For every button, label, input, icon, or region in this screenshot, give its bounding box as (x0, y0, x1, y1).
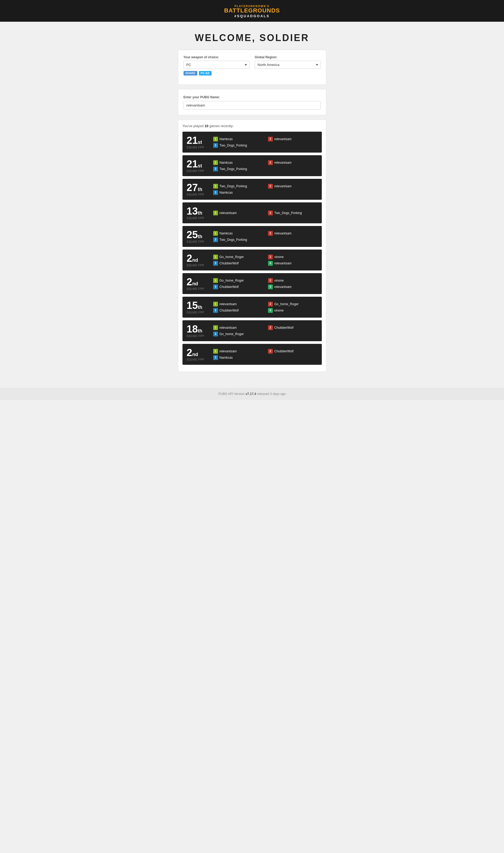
player-badge: 3 (213, 285, 218, 289)
game-card: 21stSQUAD FPP1Namkcas2relevantsam3Two_Do… (182, 155, 322, 176)
game-card: 25thSQUAD FPP1Namkcas2relevantsam3Two_Do… (182, 226, 322, 247)
player-badge: 4 (268, 308, 273, 313)
player-badge: 1 (213, 278, 218, 283)
player-name: Namkcas (219, 137, 233, 141)
player-name: ChubbierWolf (219, 308, 239, 312)
player-name: relevantsam (274, 184, 292, 188)
player-name: Namkcas (219, 191, 233, 194)
player-badge: 3 (213, 143, 218, 148)
player-name: ChubbierWolf (274, 350, 293, 353)
player-entry: 3ChubbierWolf (213, 308, 263, 313)
player-entry: 1Namkcas (213, 160, 263, 165)
player-entry: 2relevantsam (268, 231, 318, 236)
player-badge: 1 (213, 184, 218, 189)
player-badge: 2 (268, 349, 273, 354)
game-players: 1Two_Dogs_Porking2relevantsam3Namkcas (213, 184, 318, 195)
game-players: 1relevantsam2Go_home_Roger3ChubbierWolf4… (213, 302, 318, 313)
player-name: relevantsam (274, 285, 292, 289)
games-summary: You've played 10 games recently: (182, 124, 322, 128)
weapon-choice-select[interactable]: PC Xbox PS4 (183, 61, 250, 69)
game-place: 2ndSQUAD FPP (187, 277, 208, 290)
player-name: vinone (274, 279, 284, 282)
player-entry: 2vinone (268, 254, 318, 259)
game-place: 21stSQUAD FPP (187, 159, 208, 173)
global-region-label: Global Region: (255, 55, 321, 59)
player-name: Go_home_Roger (219, 255, 244, 259)
game-card: 27thSQUAD FPP1Two_Dogs_Porking2relevants… (182, 179, 322, 200)
player-name: vinone (274, 255, 284, 259)
game-place: 15thSQUAD FPP (187, 300, 208, 314)
player-entry: 3Namkcas (213, 190, 263, 195)
player-entry: 1relevantsam (213, 211, 263, 215)
player-badge: 2 (268, 325, 273, 330)
player-badge: 1 (213, 231, 218, 236)
shard-badge: SHARD (183, 71, 197, 75)
game-card: 18thSQUAD FPP1relevantsam2ChubbierWolf3G… (182, 320, 322, 341)
player-badge: 2 (268, 278, 273, 283)
game-players: 1Go_home_Roger2vinone3ChubbierWolf4relev… (213, 254, 318, 266)
game-card: 15thSQUAD FPP1relevantsam2Go_home_Roger3… (182, 297, 322, 318)
pubg-name-input[interactable] (183, 101, 321, 110)
site-header: PLAYERUNKNOWN'S BATTLEGROUNDS #SQUADGOAL… (0, 0, 504, 22)
game-place: 13thSQUAD FPP (187, 206, 208, 219)
page-title: WELCOME, SOLDIER (195, 32, 309, 43)
player-entry: 2relevantsam (268, 137, 318, 141)
footer-version: v7.17.4 (246, 392, 256, 396)
games-panel: You've played 10 games recently: 21stSQU… (178, 120, 326, 372)
game-card: 13thSQUAD FPP1relevantsam2Two_Dogs_Porki… (182, 202, 322, 223)
player-badge: 3 (213, 261, 218, 266)
player-entry: 1relevantsam (213, 349, 263, 354)
game-place: 2ndSQUAD FPP (187, 348, 208, 361)
player-badge: 2 (268, 254, 273, 259)
player-entry: 2ChubbierWolf (268, 349, 318, 354)
player-badge: 3 (213, 355, 218, 360)
game-players: 1relevantsam2ChubbierWolf3Namkcas (213, 349, 318, 360)
place-number: 21st (187, 159, 208, 169)
player-name: Namkcas (219, 356, 233, 359)
player-name: relevantsam (219, 350, 237, 353)
player-badge: 2 (268, 160, 273, 165)
game-players: 1relevantsam2Two_Dogs_Porking (213, 211, 318, 215)
logo-container: PLAYERUNKNOWN'S BATTLEGROUNDS #SQUADGOAL… (0, 5, 504, 18)
player-name: ChubbierWolf (274, 326, 293, 330)
place-number: 21st (187, 135, 208, 145)
place-number: 18th (187, 324, 208, 334)
player-entry: 1Two_Dogs_Porking (213, 184, 263, 189)
player-name: Two_Dogs_Porking (219, 238, 247, 242)
player-badge: 2 (268, 302, 273, 306)
player-entry: 4relevantsam (268, 261, 318, 266)
pubg-name-panel: Enter your PUBG Name: (178, 89, 326, 115)
player-entry: 2Two_Dogs_Porking (268, 211, 318, 215)
player-badge: 3 (213, 308, 218, 313)
player-entry: 4relevantsam (268, 285, 318, 289)
player-name: ChubbierWolf (219, 285, 239, 289)
player-entry: 3ChubbierWolf (213, 261, 263, 266)
games-summary-post: games recently: (209, 124, 234, 128)
player-badge: 3 (213, 167, 218, 172)
game-card: 2ndSQUAD FPP1Go_home_Roger2vinone3Chubbi… (182, 273, 322, 294)
weapon-region-panel: Your weapon of choice: PC Xbox PS4 SHARD… (178, 50, 326, 85)
player-entry: 1relevantsam (213, 302, 263, 306)
place-mode: SQUAD FPP (187, 287, 208, 290)
player-entry: 1Namkcas (213, 231, 263, 236)
place-number: 15th (187, 300, 208, 310)
player-badge: 2 (268, 184, 273, 189)
game-players: 1Go_home_Roger2vinone3ChubbierWolf4relev… (213, 278, 318, 289)
game-place: 2ndSQUAD FPP (187, 253, 208, 267)
player-entry: 3Two_Dogs_Porking (213, 143, 263, 148)
logo-main-text: BATTLEGROUNDS (224, 8, 280, 14)
player-name: relevantsam (274, 161, 292, 164)
place-number: 2nd (187, 348, 208, 358)
place-mode: SQUAD FPP (187, 264, 208, 267)
player-entry: 1Go_home_Roger (213, 254, 263, 259)
game-players: 1Namkcas2relevantsam3Two_Dogs_Porking (213, 137, 318, 148)
game-players: 1Namkcas2relevantsam3Two_Dogs_Porking (213, 160, 318, 172)
player-name: Two_Dogs_Porking (219, 167, 247, 171)
place-mode: SQUAD FPP (187, 146, 208, 149)
global-region-select[interactable]: North America Europe Asia SEA OC (255, 61, 321, 69)
player-name: relevantsam (219, 302, 237, 306)
place-mode: SQUAD FPP (187, 217, 208, 219)
player-badge: 4 (268, 261, 273, 266)
player-entry: 2vinone (268, 278, 318, 283)
logo-tagline: #SQUADGOALS (234, 14, 270, 18)
